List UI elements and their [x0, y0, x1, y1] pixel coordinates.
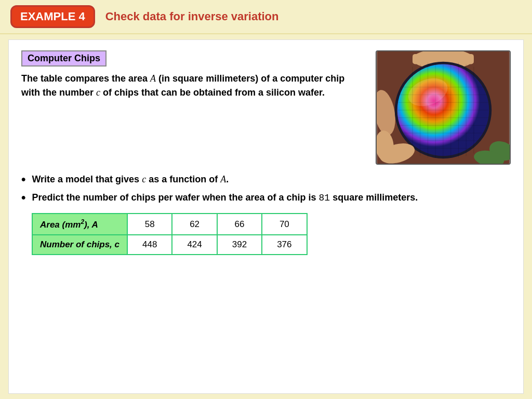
text-section: Computer Chips The table compares the ar…	[21, 50, 365, 165]
bullet-dot-1: •	[21, 173, 25, 185]
bullets-section: • Write a model that gives c as a functi…	[21, 173, 511, 205]
area-val-3: 66	[217, 214, 262, 235]
table-header-area: Area (mm2), A	[32, 214, 127, 235]
area-val-4: 70	[262, 214, 307, 235]
bullet2-value: 81	[319, 193, 330, 203]
bullet-item-1: • Write a model that gives c as a functi…	[21, 173, 511, 186]
wafer-image	[376, 50, 511, 165]
bullet1-part1: Write a model that gives	[32, 174, 142, 184]
bullet1-var-c: c	[142, 174, 146, 184]
bullet1-part2: as a function of	[146, 174, 220, 184]
bullet-item-2: • Predict the number of chips per wafer …	[21, 191, 511, 205]
page: EXAMPLE 4 Check data for inverse variati…	[0, 0, 532, 399]
wafer-svg	[377, 51, 510, 164]
header-title: Check data for inverse variation	[105, 10, 279, 23]
bullet2-part2: square millimeters.	[330, 192, 418, 203]
desc-var-A: A	[150, 73, 156, 84]
chips-val-2: 424	[172, 235, 217, 255]
table-row-2: Number of chips, c 448 424 392 376	[32, 235, 307, 255]
desc-part1: The table compares the area	[21, 73, 150, 84]
bullet2-part1: Predict the number of chips per wafer wh…	[32, 192, 318, 203]
table-row-1: Area (mm2), A 58 62 66 70	[32, 214, 307, 235]
superscript-2: 2	[81, 218, 84, 225]
table-header-chips: Number of chips, c	[32, 235, 127, 255]
top-section: Computer Chips The table compares the ar…	[21, 50, 511, 165]
description-text: The table compares the area A (in square…	[21, 72, 365, 100]
bullet-dot-2: •	[21, 191, 25, 204]
example-badge: EXAMPLE 4	[10, 5, 95, 28]
chips-val-3: 392	[217, 235, 262, 255]
header: EXAMPLE 4 Check data for inverse variati…	[0, 0, 532, 34]
chips-val-4: 376	[262, 235, 307, 255]
main-content: Computer Chips The table compares the ar…	[8, 39, 524, 394]
desc-part3: of chips that can be obtained from a sil…	[100, 87, 325, 98]
bullet1-var-A: A	[220, 174, 226, 184]
chips-val-1: 448	[127, 235, 172, 255]
area-val-1: 58	[127, 214, 172, 235]
table-var-A: A	[92, 220, 98, 230]
topic-label: Computer Chips	[21, 50, 107, 66]
bullet-text-1: Write a model that gives c as a function…	[32, 173, 229, 186]
desc-var-c: c	[96, 87, 100, 98]
bullet-text-2: Predict the number of chips per wafer wh…	[32, 191, 418, 205]
bullet1-period: .	[226, 174, 229, 184]
data-table: Area (mm2), A 58 62 66 70 Number of chip…	[32, 213, 308, 255]
area-val-2: 62	[172, 214, 217, 235]
